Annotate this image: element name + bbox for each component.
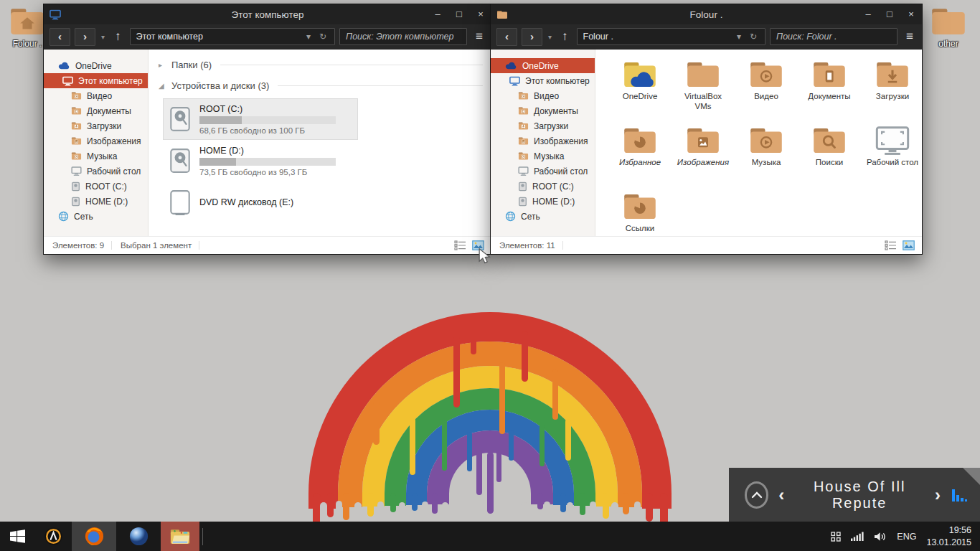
folder-video-icon bbox=[71, 91, 82, 100]
close-button[interactable]: × bbox=[470, 4, 491, 24]
network-signal-icon[interactable] bbox=[851, 532, 864, 541]
address-dropdown-icon[interactable]: ▾ bbox=[735, 32, 743, 42]
volume-icon[interactable] bbox=[874, 532, 887, 542]
sidebar-item-home-d[interactable]: HOME (D:) bbox=[44, 194, 148, 209]
start-button[interactable] bbox=[0, 522, 34, 551]
sidebar-item-music[interactable]: Музыка bbox=[44, 149, 148, 164]
sidebar-item-root-c[interactable]: ROOT (C:) bbox=[44, 179, 148, 194]
palemoon-icon bbox=[128, 526, 149, 547]
address-bar[interactable]: Этот компьютер ▾ ↻ bbox=[130, 28, 336, 45]
clock[interactable]: 19:56 13.01.2015 bbox=[926, 524, 971, 549]
mouse-cursor bbox=[478, 248, 492, 264]
desktop-monitor-icon bbox=[875, 126, 910, 156]
file-item-documents[interactable]: Документы bbox=[798, 57, 861, 123]
file-item-virtualbox[interactable]: VirtualBox VMs bbox=[672, 57, 735, 123]
forward-button[interactable]: › bbox=[522, 28, 542, 46]
sidebar-item-this-pc[interactable]: Этот компьютер bbox=[44, 73, 148, 88]
status-bar: Элементов: 9 Выбран 1 элемент bbox=[44, 236, 491, 254]
sidebar-item-documents[interactable]: Документы bbox=[491, 103, 595, 118]
forward-button[interactable]: › bbox=[75, 28, 95, 46]
group-folders[interactable]: ▸ Папки (6) bbox=[159, 60, 491, 70]
sidebar-item-desktop[interactable]: Рабочий стол bbox=[491, 164, 595, 179]
back-button[interactable]: ‹ bbox=[496, 28, 517, 46]
taskbar-item-aimp[interactable] bbox=[34, 522, 72, 551]
menu-icon[interactable]: ≡ bbox=[471, 29, 486, 44]
hidden-icons-grid-icon[interactable] bbox=[831, 532, 841, 542]
file-item-onedrive[interactable]: OneDrive bbox=[608, 57, 672, 123]
group-devices[interactable]: ◢ Устройства и диски (3) bbox=[159, 80, 491, 91]
sidebar-item-videos[interactable]: Видео bbox=[44, 88, 148, 103]
expand-button[interactable] bbox=[745, 481, 768, 509]
equalizer-icon[interactable] bbox=[952, 489, 967, 501]
minimize-button[interactable]: – bbox=[427, 4, 448, 24]
sidebar-item-onedrive[interactable]: OneDrive bbox=[44, 58, 148, 73]
file-list-pane: ▸ Папки (6) ◢ Устройства и диски (3) ROO… bbox=[149, 50, 491, 236]
drive-icon bbox=[71, 182, 80, 192]
sidebar-item-documents[interactable]: Документы bbox=[44, 103, 148, 118]
folder-music-icon bbox=[71, 151, 82, 161]
sidebar-item-desktop[interactable]: Рабочий стол bbox=[44, 164, 148, 179]
sidebar-item-root-c[interactable]: ROOT (C:) bbox=[491, 179, 595, 194]
firefox-icon bbox=[84, 526, 105, 547]
search-input[interactable]: Поиск: Folour . bbox=[770, 28, 897, 45]
drive-icon bbox=[518, 182, 527, 192]
taskbar-item-palemoon[interactable] bbox=[116, 522, 161, 551]
close-button[interactable]: × bbox=[900, 4, 922, 24]
desktop-icon-other[interactable]: other bbox=[925, 6, 971, 49]
up-button[interactable]: ↑ bbox=[110, 29, 126, 44]
file-item-pictures[interactable]: Изображения bbox=[672, 123, 735, 189]
minimize-button[interactable]: – bbox=[857, 4, 879, 24]
address-dropdown-icon[interactable]: ▾ bbox=[304, 32, 313, 42]
search-input[interactable]: Поиск: Этот компьютер bbox=[339, 28, 467, 45]
taskbar-item-firefox[interactable] bbox=[72, 522, 116, 551]
file-item-videos[interactable]: Видео bbox=[735, 57, 798, 123]
navigation-pane: OneDrive Этот компьютер Видео Документы … bbox=[44, 50, 149, 236]
file-item-downloads[interactable]: Загрузки bbox=[861, 57, 922, 123]
expanded-triangle-icon[interactable]: ◢ bbox=[159, 82, 166, 90]
history-dropdown-icon[interactable]: ▾ bbox=[100, 33, 106, 41]
cloud-icon bbox=[505, 62, 517, 70]
thumbnail-view-icon[interactable] bbox=[903, 240, 915, 250]
refresh-icon[interactable]: ↻ bbox=[748, 32, 759, 42]
collapsed-triangle-icon[interactable]: ▸ bbox=[159, 61, 166, 69]
file-item-music[interactable]: Музыка bbox=[735, 123, 798, 189]
file-item-desktop[interactable]: Рабочий стол bbox=[861, 123, 922, 189]
previous-track-button[interactable]: ‹ bbox=[768, 486, 794, 504]
taskbar-item-explorer[interactable] bbox=[161, 522, 199, 551]
sidebar-item-onedrive[interactable]: OneDrive bbox=[491, 58, 595, 73]
drive-item-home-d[interactable]: HOME (D:) 73,5 ГБ свободно из 95,3 ГБ bbox=[163, 140, 358, 182]
refresh-icon[interactable]: ↻ bbox=[317, 32, 329, 42]
folder-links-icon bbox=[622, 192, 658, 222]
up-button[interactable]: ↑ bbox=[557, 29, 573, 44]
drive-item-dvd-e[interactable]: DVD RW дисковод (E:) bbox=[163, 182, 358, 223]
menu-icon[interactable]: ≡ bbox=[902, 29, 916, 44]
sidebar-item-pictures[interactable]: Изображения bbox=[44, 133, 148, 149]
maximize-button[interactable]: □ bbox=[448, 4, 470, 24]
sidebar-item-network[interactable]: Сеть bbox=[44, 209, 148, 224]
folder-icon bbox=[685, 60, 721, 90]
sidebar-item-home-d[interactable]: HOME (D:) bbox=[491, 194, 595, 209]
sidebar-item-network[interactable]: Сеть bbox=[491, 209, 595, 224]
titlebar[interactable]: Folour . – □ × bbox=[491, 4, 922, 24]
titlebar[interactable]: Этот компьютер – □ × bbox=[44, 4, 491, 24]
file-item-favorites[interactable]: Избранное bbox=[608, 123, 672, 189]
sidebar-item-downloads[interactable]: Загрузки bbox=[491, 118, 595, 133]
sidebar-item-downloads[interactable]: Загрузки bbox=[44, 118, 148, 133]
history-dropdown-icon[interactable]: ▾ bbox=[547, 33, 553, 41]
sidebar-item-pictures[interactable]: Изображения bbox=[491, 133, 595, 149]
sidebar-item-music[interactable]: Музыка bbox=[491, 149, 595, 164]
details-view-icon[interactable] bbox=[885, 240, 897, 250]
back-button[interactable]: ‹ bbox=[50, 28, 70, 46]
address-bar[interactable]: Folour . ▾ ↻ bbox=[577, 28, 766, 45]
file-item-links[interactable]: Ссылки bbox=[608, 189, 672, 236]
next-track-button[interactable]: › bbox=[925, 486, 951, 504]
language-indicator[interactable]: ENG bbox=[897, 532, 916, 542]
sidebar-item-this-pc[interactable]: Этот компьютер bbox=[491, 73, 595, 88]
sidebar-item-videos[interactable]: Видео bbox=[491, 88, 595, 103]
details-view-icon[interactable] bbox=[454, 240, 466, 250]
drive-item-root-c[interactable]: ROOT (C:) 68,6 ГБ свободно из 100 ГБ bbox=[163, 98, 358, 140]
navigation-toolbar: ‹ › ▾ ↑ Этот компьютер ▾ ↻ Поиск: Этот к… bbox=[44, 24, 491, 50]
file-item-searches[interactable]: Поиски bbox=[798, 123, 861, 189]
navigation-pane: OneDrive Этот компьютер Видео Документы … bbox=[491, 50, 595, 236]
maximize-button[interactable]: □ bbox=[879, 4, 900, 24]
